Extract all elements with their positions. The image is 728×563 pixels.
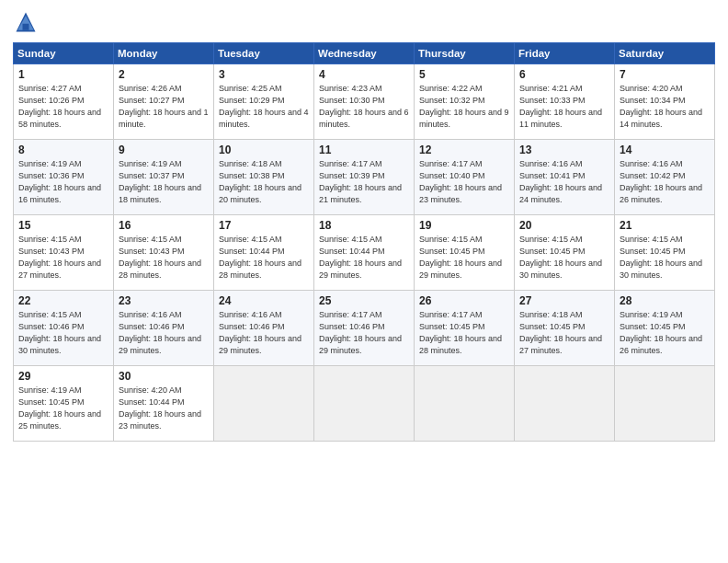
calendar-cell: 8Sunrise: 4:19 AMSunset: 10:36 PMDayligh… <box>14 140 114 215</box>
calendar-cell: 14Sunrise: 4:16 AMSunset: 10:42 PMDaylig… <box>615 140 715 215</box>
day-number: 3 <box>219 68 309 81</box>
calendar-cell: 17Sunrise: 4:15 AMSunset: 10:44 PMDaylig… <box>214 215 314 291</box>
day-info: Sunrise: 4:15 AMSunset: 10:45 PMDaylight… <box>620 235 702 280</box>
logo <box>13 9 42 35</box>
day-info: Sunrise: 4:15 AMSunset: 10:46 PMDaylight… <box>18 310 101 355</box>
logo-icon <box>13 9 39 35</box>
day-info: Sunrise: 4:15 AMSunset: 10:43 PMDaylight… <box>18 235 101 280</box>
day-number: 2 <box>119 68 209 81</box>
weekday-header: Thursday <box>415 43 515 64</box>
day-info: Sunrise: 4:15 AMSunset: 10:44 PMDaylight… <box>219 235 301 280</box>
day-number: 5 <box>419 68 509 81</box>
day-number: 19 <box>419 219 509 232</box>
calendar-cell: 15Sunrise: 4:15 AMSunset: 10:43 PMDaylig… <box>14 215 114 291</box>
day-number: 10 <box>219 144 309 156</box>
day-number: 7 <box>620 68 710 81</box>
calendar-cell: 30Sunrise: 4:20 AMSunset: 10:44 PMDaylig… <box>114 366 214 442</box>
day-info: Sunrise: 4:18 AMSunset: 10:38 PMDaylight… <box>219 159 301 204</box>
calendar-cell: 2Sunrise: 4:26 AMSunset: 10:27 PMDayligh… <box>114 64 214 140</box>
calendar-cell: 18Sunrise: 4:15 AMSunset: 10:44 PMDaylig… <box>314 215 415 291</box>
calendar-table: SundayMondayTuesdayWednesdayThursdayFrid… <box>13 42 715 442</box>
day-info: Sunrise: 4:16 AMSunset: 10:46 PMDaylight… <box>119 310 201 355</box>
calendar-cell: 10Sunrise: 4:18 AMSunset: 10:38 PMDaylig… <box>214 140 314 215</box>
calendar-cell: 11Sunrise: 4:17 AMSunset: 10:39 PMDaylig… <box>314 140 415 215</box>
day-info: Sunrise: 4:15 AMSunset: 10:45 PMDaylight… <box>419 235 502 280</box>
day-info: Sunrise: 4:16 AMSunset: 10:42 PMDaylight… <box>620 159 702 204</box>
calendar-cell: 25Sunrise: 4:17 AMSunset: 10:46 PMDaylig… <box>314 291 415 366</box>
calendar-cell <box>214 366 314 442</box>
calendar-cell <box>314 366 415 442</box>
calendar-cell: 28Sunrise: 4:19 AMSunset: 10:45 PMDaylig… <box>615 291 715 366</box>
calendar-week-row: 29Sunrise: 4:19 AMSunset: 10:45 PMDaylig… <box>14 366 715 442</box>
day-number: 4 <box>319 68 409 81</box>
calendar-cell: 23Sunrise: 4:16 AMSunset: 10:46 PMDaylig… <box>114 291 214 366</box>
calendar-cell: 5Sunrise: 4:22 AMSunset: 10:32 PMDayligh… <box>415 64 515 140</box>
day-number: 30 <box>119 370 209 383</box>
day-info: Sunrise: 4:22 AMSunset: 10:32 PMDaylight… <box>419 84 509 129</box>
page: SundayMondayTuesdayWednesdayThursdayFrid… <box>0 0 728 563</box>
day-info: Sunrise: 4:19 AMSunset: 10:45 PMDaylight… <box>620 310 702 355</box>
calendar-header-row: SundayMondayTuesdayWednesdayThursdayFrid… <box>14 43 715 64</box>
day-number: 23 <box>119 294 209 307</box>
day-info: Sunrise: 4:15 AMSunset: 10:45 PMDaylight… <box>519 235 602 280</box>
calendar-cell: 9Sunrise: 4:19 AMSunset: 10:37 PMDayligh… <box>114 140 214 215</box>
calendar-cell: 16Sunrise: 4:15 AMSunset: 10:43 PMDaylig… <box>114 215 214 291</box>
day-number: 26 <box>419 294 509 307</box>
day-number: 1 <box>18 68 108 81</box>
calendar-cell: 7Sunrise: 4:20 AMSunset: 10:34 PMDayligh… <box>615 64 715 140</box>
day-info: Sunrise: 4:16 AMSunset: 10:46 PMDaylight… <box>219 310 301 355</box>
day-info: Sunrise: 4:27 AMSunset: 10:26 PMDaylight… <box>18 84 101 129</box>
day-info: Sunrise: 4:16 AMSunset: 10:41 PMDaylight… <box>519 159 602 204</box>
weekday-header: Monday <box>114 43 214 64</box>
day-number: 29 <box>18 370 108 383</box>
calendar-cell: 13Sunrise: 4:16 AMSunset: 10:41 PMDaylig… <box>515 140 615 215</box>
day-info: Sunrise: 4:18 AMSunset: 10:45 PMDaylight… <box>519 310 602 355</box>
day-number: 12 <box>419 144 509 156</box>
day-number: 14 <box>620 144 710 156</box>
calendar-cell: 4Sunrise: 4:23 AMSunset: 10:30 PMDayligh… <box>314 64 415 140</box>
day-number: 24 <box>219 294 309 307</box>
calendar-week-row: 8Sunrise: 4:19 AMSunset: 10:36 PMDayligh… <box>14 140 715 215</box>
weekday-header: Saturday <box>615 43 715 64</box>
calendar-cell: 21Sunrise: 4:15 AMSunset: 10:45 PMDaylig… <box>615 215 715 291</box>
day-number: 22 <box>18 294 108 307</box>
header <box>13 9 715 35</box>
day-info: Sunrise: 4:15 AMSunset: 10:43 PMDaylight… <box>119 235 201 280</box>
calendar-week-row: 15Sunrise: 4:15 AMSunset: 10:43 PMDaylig… <box>14 215 715 291</box>
calendar-cell: 20Sunrise: 4:15 AMSunset: 10:45 PMDaylig… <box>515 215 615 291</box>
day-number: 9 <box>119 144 209 156</box>
svg-rect-2 <box>23 24 29 30</box>
day-info: Sunrise: 4:20 AMSunset: 10:34 PMDaylight… <box>620 84 702 129</box>
day-info: Sunrise: 4:20 AMSunset: 10:44 PMDaylight… <box>119 385 201 431</box>
weekday-header: Sunday <box>14 43 114 64</box>
weekday-header: Friday <box>515 43 615 64</box>
calendar-cell <box>415 366 515 442</box>
day-info: Sunrise: 4:17 AMSunset: 10:39 PMDaylight… <box>319 159 402 204</box>
calendar-cell <box>615 366 715 442</box>
day-info: Sunrise: 4:21 AMSunset: 10:33 PMDaylight… <box>519 84 602 129</box>
calendar-cell: 1Sunrise: 4:27 AMSunset: 10:26 PMDayligh… <box>14 64 114 140</box>
day-info: Sunrise: 4:15 AMSunset: 10:44 PMDaylight… <box>319 235 402 280</box>
day-number: 25 <box>319 294 409 307</box>
calendar-cell: 27Sunrise: 4:18 AMSunset: 10:45 PMDaylig… <box>515 291 615 366</box>
calendar-week-row: 22Sunrise: 4:15 AMSunset: 10:46 PMDaylig… <box>14 291 715 366</box>
day-number: 20 <box>519 219 609 232</box>
day-info: Sunrise: 4:17 AMSunset: 10:40 PMDaylight… <box>419 159 502 204</box>
day-info: Sunrise: 4:17 AMSunset: 10:45 PMDaylight… <box>419 310 502 355</box>
day-number: 15 <box>18 219 108 232</box>
day-number: 8 <box>18 144 108 156</box>
calendar-cell: 26Sunrise: 4:17 AMSunset: 10:45 PMDaylig… <box>415 291 515 366</box>
calendar-cell: 19Sunrise: 4:15 AMSunset: 10:45 PMDaylig… <box>415 215 515 291</box>
day-info: Sunrise: 4:25 AMSunset: 10:29 PMDaylight… <box>219 84 309 129</box>
day-info: Sunrise: 4:19 AMSunset: 10:36 PMDaylight… <box>18 159 101 204</box>
day-info: Sunrise: 4:19 AMSunset: 10:45 PMDaylight… <box>18 385 101 431</box>
day-info: Sunrise: 4:23 AMSunset: 10:30 PMDaylight… <box>319 84 409 129</box>
day-info: Sunrise: 4:26 AMSunset: 10:27 PMDaylight… <box>119 84 209 129</box>
calendar-cell: 6Sunrise: 4:21 AMSunset: 10:33 PMDayligh… <box>515 64 615 140</box>
day-number: 21 <box>620 219 710 232</box>
day-number: 6 <box>519 68 609 81</box>
weekday-header: Wednesday <box>314 43 415 64</box>
day-number: 18 <box>319 219 409 232</box>
calendar-week-row: 1Sunrise: 4:27 AMSunset: 10:26 PMDayligh… <box>14 64 715 140</box>
weekday-header: Tuesday <box>214 43 314 64</box>
